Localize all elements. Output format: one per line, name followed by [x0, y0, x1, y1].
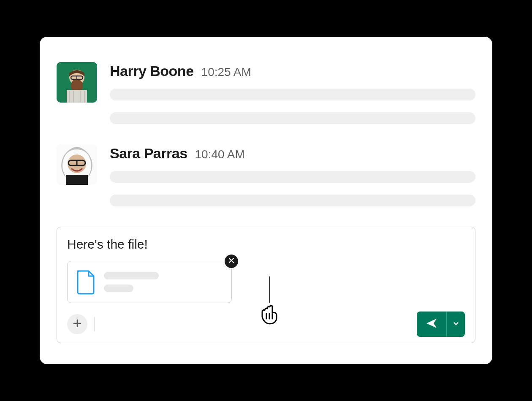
timestamp: 10:40 AM	[195, 148, 245, 161]
file-name-placeholder	[104, 272, 159, 279]
svg-rect-14	[66, 175, 88, 185]
remove-attachment-button[interactable]	[225, 255, 238, 268]
send-icon	[425, 317, 438, 331]
sender-name[interactable]: Harry Boone	[110, 63, 194, 79]
message-text-placeholder	[110, 195, 475, 206]
timestamp: 10:25 AM	[201, 65, 251, 79]
send-button-main[interactable]	[417, 312, 446, 337]
message-composer[interactable]: Here's the file!	[57, 227, 475, 343]
send-button[interactable]	[417, 312, 465, 337]
file-attachment[interactable]	[67, 261, 232, 303]
message-row: Sara Parras 10:40 AM	[57, 144, 475, 206]
message-text-placeholder	[110, 112, 475, 124]
message-text-placeholder	[110, 89, 475, 100]
sender-name[interactable]: Sara Parras	[110, 145, 187, 162]
composer-input-text[interactable]: Here's the file!	[67, 237, 465, 252]
file-meta-placeholder	[104, 284, 133, 292]
add-attachment-button[interactable]	[67, 314, 87, 334]
plus-icon	[73, 319, 82, 330]
avatar[interactable]	[57, 144, 97, 185]
avatar[interactable]	[57, 62, 97, 103]
composer-toolbar	[67, 312, 465, 337]
toolbar-divider	[94, 317, 95, 331]
close-icon	[228, 257, 234, 265]
message-row: Harry Boone 10:25 AM	[57, 62, 475, 124]
chat-card: Harry Boone 10:25 AM Sara Parras 10:40 A…	[40, 37, 492, 364]
message-text-placeholder	[110, 171, 475, 183]
chevron-down-icon	[453, 320, 459, 328]
svg-rect-5	[67, 90, 87, 103]
file-icon	[75, 269, 96, 295]
send-options-button[interactable]	[446, 312, 465, 337]
